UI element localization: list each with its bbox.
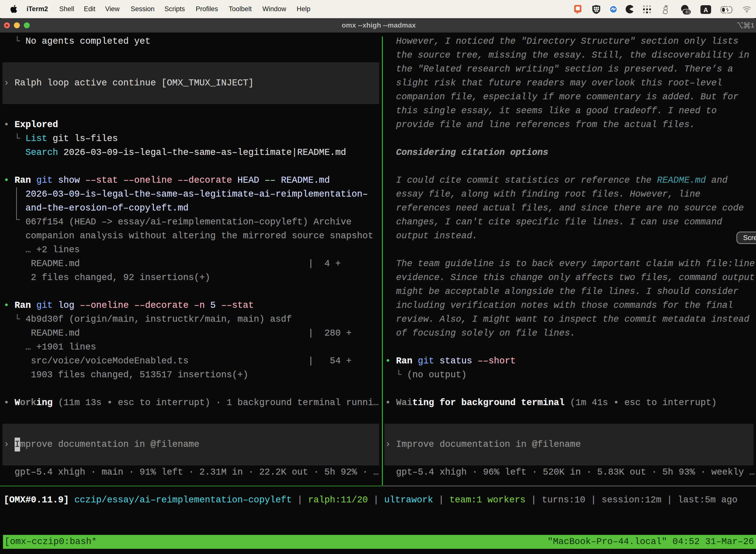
svg-text:A: A	[703, 6, 708, 13]
svg-text:..61: ..61	[683, 9, 690, 14]
